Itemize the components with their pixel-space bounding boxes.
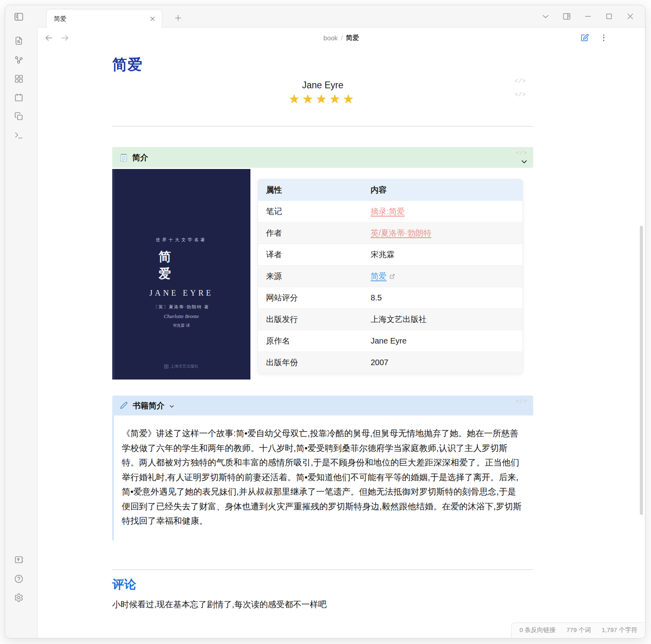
- intro-callout-title: 简介: [132, 152, 148, 163]
- description-callout: 书籍简介 </> 《简爱》讲述了这样一个故事:简•爱自幼父母双亡,投靠冷酷的舅母…: [112, 396, 533, 541]
- intro-callout: 简介 </>: [112, 147, 533, 168]
- code-block-icon[interactable]: </>: [515, 78, 526, 84]
- tab-close-icon[interactable]: [149, 15, 156, 22]
- minimize-icon[interactable]: [584, 12, 592, 21]
- property-value: Jane Eyre: [371, 336, 407, 345]
- property-value: 2007: [371, 358, 389, 367]
- right-sidebar-toggle-icon[interactable]: [562, 12, 571, 21]
- vertical-scrollbar[interactable]: [640, 226, 643, 515]
- property-label: 作者: [258, 223, 363, 244]
- view-header: book / 简爱: [38, 28, 645, 48]
- table-row: 笔记 摘录:简爱: [258, 201, 522, 223]
- code-block-icon[interactable]: </>: [516, 150, 527, 156]
- table-row: 作者 英/夏洛蒂·勃朗特: [258, 223, 522, 244]
- graph-icon[interactable]: [14, 55, 24, 65]
- terminal-icon[interactable]: [14, 131, 24, 140]
- properties-table: 属性 内容 笔记 摘录:简爱 作者: [258, 179, 523, 374]
- cover-title-cn: 简爱: [159, 248, 204, 282]
- left-sidebar-toggle-icon[interactable]: [14, 12, 24, 22]
- table-row: 出版年份 2007: [258, 352, 522, 374]
- more-options-icon[interactable]: [599, 33, 608, 42]
- maximize-icon[interactable]: [605, 12, 613, 21]
- main-pane: book / 简爱 简爱 Jane Eyre ★★: [37, 27, 645, 638]
- pencil-icon: [119, 401, 128, 410]
- char-count: 1,797 个字符: [601, 626, 637, 634]
- help-icon[interactable]: [14, 574, 24, 584]
- cover-author-en: Charlotte Bronte: [164, 313, 199, 320]
- rating-stars: ★★★★★: [112, 92, 533, 106]
- description-callout-header[interactable]: 书籍简介 </>: [112, 396, 533, 415]
- code-block-icon[interactable]: </>: [515, 91, 526, 98]
- edit-icon[interactable]: [580, 33, 589, 42]
- code-block-icon[interactable]: </>: [516, 398, 527, 405]
- property-label: 译者: [258, 244, 363, 266]
- property-label: 出版发行: [258, 309, 363, 330]
- comments-heading: 评论: [112, 576, 533, 593]
- table-row: 来源 简爱: [258, 266, 522, 287]
- copy-icon[interactable]: [14, 111, 24, 121]
- backlinks-count[interactable]: 0 条反向链接: [520, 626, 556, 634]
- breadcrumb-current[interactable]: 简爱: [346, 34, 359, 42]
- property-value: 宋兆霖: [371, 250, 395, 259]
- property-label: 出版年份: [258, 352, 363, 374]
- page-title: 简爱: [112, 55, 533, 75]
- description-callout-title: 书籍简介: [133, 400, 165, 411]
- divider: [112, 126, 533, 127]
- author-link[interactable]: 英/夏洛蒂·勃朗特: [371, 229, 431, 237]
- calendar-icon[interactable]: [14, 93, 24, 102]
- breadcrumb-folder[interactable]: book: [324, 34, 338, 42]
- tab-bar: 简爱: [5, 5, 645, 28]
- original-title: Jane Eyre: [112, 80, 533, 91]
- tab-jane-eyre[interactable]: 简爱: [46, 9, 162, 28]
- dashboard-icon[interactable]: [14, 74, 24, 83]
- chevron-down-icon[interactable]: [520, 158, 528, 165]
- note-link[interactable]: 摘录:简爱: [371, 207, 405, 216]
- word-count: 779 个词: [566, 626, 591, 634]
- cover-publisher: 上海文艺出版社: [112, 364, 250, 369]
- book-cover-image: 世界十大文学名著 简爱 JANE EYRE 〔英〕夏洛蒂·勃朗特 著 Charl…: [112, 169, 250, 380]
- note-content: 简爱 Jane Eyre ★★★★★ </> </>: [38, 48, 645, 638]
- property-label: 原作名: [258, 330, 363, 352]
- book-description: 《简爱》讲述了这样一个故事:简•爱自幼父母双亡,投靠冷酷的舅母,但舅母无情地抛弃…: [112, 415, 533, 541]
- notepad-emoji-icon: [119, 153, 128, 162]
- property-label: 来源: [258, 266, 363, 287]
- property-value: 8.5: [371, 293, 382, 302]
- app-window: 简爱: [5, 5, 645, 638]
- cover-title-en: JANE EYRE: [149, 288, 213, 298]
- table-row: 原作名 Jane Eyre: [258, 330, 522, 352]
- tab-list-chevron-icon[interactable]: [541, 12, 550, 21]
- table-row: 出版发行 上海文艺出版社: [258, 309, 522, 330]
- chevron-down-icon[interactable]: [169, 403, 175, 409]
- breadcrumb-separator: /: [341, 34, 343, 42]
- file-search-icon[interactable]: [14, 36, 24, 46]
- source-link[interactable]: 简爱: [371, 272, 387, 280]
- publisher-logo-icon: [164, 364, 169, 369]
- window-close-icon[interactable]: [626, 12, 635, 21]
- column-header-property: 属性: [258, 179, 363, 201]
- external-link-icon: [389, 274, 395, 279]
- tab-title: 简爱: [54, 15, 149, 23]
- table-row: 网站评分 8.5: [258, 287, 522, 309]
- breadcrumb: book / 简爱: [38, 28, 645, 48]
- cover-series: 世界十大文学名著: [156, 237, 207, 243]
- property-label: 网站评分: [258, 287, 363, 309]
- cover-author-cn: 〔英〕夏洛蒂·勃朗特 著: [153, 304, 210, 310]
- cover-translator: 宋兆霖 译: [173, 323, 190, 328]
- divider: [112, 569, 533, 570]
- settings-icon[interactable]: [14, 593, 24, 602]
- comment-text: 小时候看过,现在基本忘了剧情了,每次读的感受都不一样吧: [112, 599, 533, 610]
- column-header-content: 内容: [363, 179, 522, 201]
- property-value: 上海文艺出版社: [371, 315, 427, 324]
- status-bar: 0 条反向链接 779 个词 1,797 个字符: [511, 622, 645, 638]
- new-tab-button[interactable]: [174, 14, 182, 22]
- window-controls: [541, 5, 635, 28]
- property-label: 笔记: [258, 201, 363, 223]
- vault-icon[interactable]: [14, 555, 24, 564]
- table-row: 译者 宋兆霖: [258, 244, 522, 266]
